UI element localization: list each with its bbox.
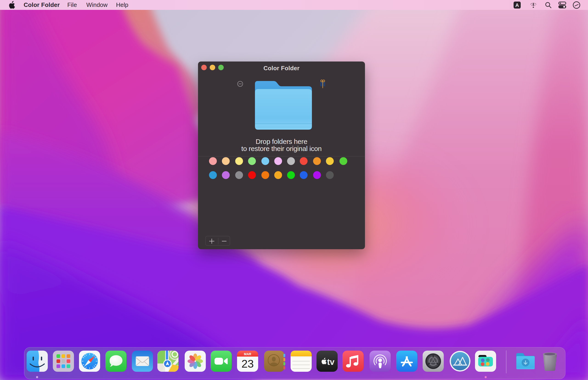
svg-text:23: 23 [242, 358, 254, 370]
svg-text:MAR: MAR [244, 352, 251, 356]
svg-text:tv: tv [327, 357, 334, 367]
svg-text:A: A [515, 2, 519, 8]
